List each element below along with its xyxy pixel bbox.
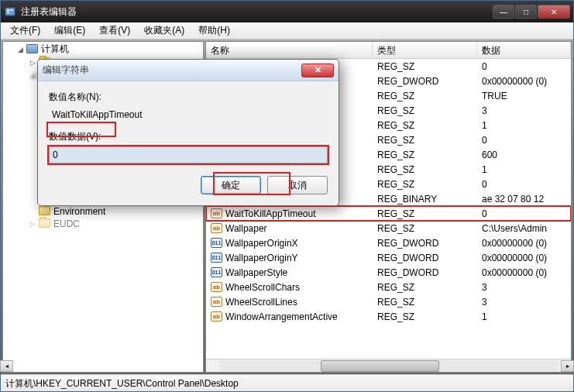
col-name[interactable]: 名称 (206, 42, 373, 58)
svg-rect-1 (7, 9, 9, 11)
cancel-button[interactable]: 取消 (267, 176, 328, 194)
value-type: REG_BINARY (373, 193, 477, 205)
binary-icon: 011 (211, 253, 222, 263)
menu-favorites[interactable]: 收藏夹(A) (138, 22, 191, 39)
tree-environment[interactable]: Environment (3, 205, 203, 218)
col-type[interactable]: 类型 (373, 42, 477, 58)
collapse-icon[interactable]: ◢ (15, 45, 25, 54)
expand-icon[interactable]: ▷ (28, 58, 37, 67)
tree-eudc[interactable]: ▷ EUDC (3, 218, 203, 230)
value-data: 0 (477, 134, 571, 146)
menu-help[interactable]: 帮助(H) (192, 22, 236, 39)
horizontal-scrollbar[interactable]: ◂ ▸ (206, 359, 571, 372)
window-title: 注册表编辑器 (21, 5, 493, 19)
ok-button[interactable]: 确定 (201, 176, 261, 194)
value-data: 1 (477, 119, 571, 132)
scroll-right-button[interactable]: ▸ (561, 360, 572, 372)
value-data: 0 (477, 178, 571, 191)
value-name: WindowArrangementActive (225, 311, 338, 322)
folder-icon (39, 218, 50, 228)
string-icon: ab (211, 311, 222, 322)
tree-root[interactable]: ◢ 计算机 (3, 42, 203, 57)
computer-icon (26, 44, 38, 53)
value-name-field: WaitToKillAppTimeout (49, 107, 328, 122)
value-type: REG_SZ (373, 90, 477, 102)
value-type: REG_SZ (373, 281, 477, 294)
svg-rect-2 (7, 12, 9, 13)
value-name: WallpaperStyle (225, 267, 287, 278)
value-data: TRUE (477, 90, 571, 102)
value-data: 0 (477, 208, 571, 220)
list-row[interactable]: 011WallpaperOriginYREG_DWORD0x00000000 (… (206, 250, 571, 265)
value-name-label: 数值名称(N): (49, 91, 328, 104)
string-icon: ab (211, 208, 222, 218)
list-row[interactable]: 011WallpaperStyleREG_DWORD0x00000000 (0) (206, 265, 571, 280)
value-type: REG_DWORD (373, 252, 477, 264)
value-type: REG_SZ (373, 208, 477, 220)
list-row[interactable]: abWindowArrangementActiveREG_SZ1 (206, 309, 571, 324)
value-name: WheelScrollLines (225, 297, 297, 308)
value-type: REG_SZ (373, 134, 477, 146)
value-type: REG_SZ (373, 105, 477, 117)
value-data: 1 (477, 311, 571, 323)
value-data: 0x00000000 (0) (477, 75, 571, 88)
dialog-titlebar[interactable]: 编辑字符串 ✕ (38, 60, 339, 81)
value-data: 0x00000000 (0) (477, 252, 571, 264)
close-button[interactable]: ✕ (538, 5, 570, 19)
edit-string-dialog: 编辑字符串 ✕ 数值名称(N): WaitToKillAppTimeout 数值… (37, 59, 339, 206)
col-data[interactable]: 数据 (477, 42, 571, 58)
value-type: REG_SZ (373, 222, 477, 235)
list-row[interactable]: abWheelScrollCharsREG_SZ3 (206, 280, 571, 294)
dialog-title: 编辑字符串 (43, 64, 301, 77)
string-icon: ab (211, 282, 222, 292)
value-type: REG_SZ (373, 163, 477, 176)
value-type: REG_SZ (373, 296, 477, 308)
value-type: REG_DWORD (373, 237, 477, 249)
maximize-button[interactable]: □ (515, 5, 537, 19)
menu-edit[interactable]: 编辑(E) (48, 22, 91, 39)
value-data-input[interactable] (49, 146, 328, 163)
svg-rect-3 (10, 9, 13, 11)
string-icon: ab (211, 223, 222, 233)
menu-file[interactable]: 文件(F) (4, 22, 46, 39)
list-header: 名称 类型 数据 (206, 42, 571, 59)
value-data: 0 (477, 60, 571, 73)
folder-icon (39, 206, 50, 215)
value-name: Wallpaper (225, 223, 267, 234)
app-icon (4, 5, 16, 18)
scroll-thumb[interactable] (321, 360, 439, 372)
menu-view[interactable]: 查看(V) (93, 22, 136, 39)
value-type: REG_SZ (373, 178, 477, 191)
value-type: REG_SZ (373, 119, 477, 132)
value-name: WallpaperOriginY (225, 253, 298, 263)
value-type: REG_SZ (373, 60, 477, 73)
value-type: REG_DWORD (373, 75, 477, 88)
binary-icon: 011 (211, 267, 222, 277)
value-data-label: 数值数据(V): (49, 130, 328, 143)
value-data: 1 (477, 163, 571, 176)
dialog-close-button[interactable]: ✕ (301, 64, 334, 77)
value-type: REG_SZ (373, 149, 477, 161)
minimize-button[interactable]: — (493, 5, 514, 19)
titlebar[interactable]: 注册表编辑器 — □ ✕ (1, 1, 573, 22)
binary-icon: 011 (211, 238, 222, 248)
statusbar: 计算机\HKEY_CURRENT_USER\Control Panel\Desk… (1, 374, 573, 391)
value-data: ae 32 07 80 12 (477, 193, 571, 205)
value-type: REG_SZ (373, 311, 477, 323)
value-data: 0x00000000 (0) (477, 266, 571, 279)
value-name: WheelScrollChars (225, 282, 300, 293)
value-data: 0x00000000 (0) (477, 237, 571, 249)
list-row[interactable]: 011WallpaperOriginXREG_DWORD0x00000000 (… (206, 236, 571, 250)
value-data: 3 (477, 281, 571, 294)
list-row[interactable]: abWheelScrollLinesREG_SZ3 (206, 294, 571, 309)
value-data: 600 (477, 149, 571, 161)
string-icon: ab (211, 297, 222, 307)
list-row[interactable]: abWaitToKillAppTimeoutREG_SZ0 (206, 206, 571, 221)
value-name: WaitToKillAppTimeout (225, 208, 315, 219)
menubar: 文件(F) 编辑(E) 查看(V) 收藏夹(A) 帮助(H) (1, 22, 573, 40)
value-data: C:\Users\Admin (477, 222, 571, 235)
value-name: WallpaperOriginX (225, 238, 298, 249)
svg-rect-0 (5, 8, 15, 15)
list-row[interactable]: abWallpaperREG_SZC:\Users\Admin (206, 221, 571, 236)
value-data: 3 (477, 296, 571, 308)
